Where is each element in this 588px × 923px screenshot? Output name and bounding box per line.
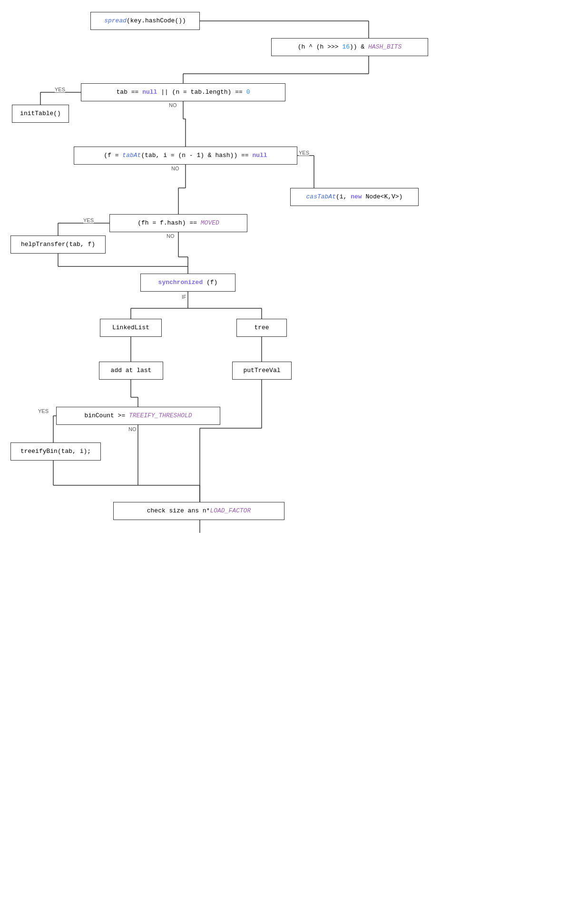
yes1-label: YES [55, 87, 65, 92]
synchronized-box: synchronized (f) [140, 274, 235, 292]
tab-null-box: tab == null || (n = tab.length) == 0 [81, 83, 285, 101]
synchronized-text: synchronized (f) [158, 278, 218, 287]
treeify-bin-box: treeifyBin(tab, i); [10, 442, 101, 461]
check-size-text: check size ans n*LOAD_FACTOR [147, 507, 251, 515]
bin-count-text: binCount >= TREEIFY_THRESHOLD [84, 412, 192, 420]
init-table-text: initTable() [20, 109, 61, 118]
no3-label: NO [167, 233, 175, 239]
tab-at-box: (f = tabAt(tab, i = (n - 1) & hash)) == … [74, 147, 297, 165]
no2-label: NO [171, 166, 179, 171]
check-size-box: check size ans n*LOAD_FACTOR [113, 502, 284, 520]
help-transfer-box: helpTransfer(tab, f) [10, 236, 106, 254]
fh-hash-box: (fh = f.hash) == MOVED [109, 214, 247, 232]
put-tree-val-box: putTreeVal [232, 362, 292, 380]
hash-bits-box: (h ^ (h >>> 16)) & HASH_BITS [271, 38, 428, 56]
treeify-bin-text: treeifyBin(tab, i); [20, 447, 91, 456]
spread-box: spread(key.hashCode()) [90, 12, 200, 30]
yes3-label: YES [83, 217, 94, 223]
tree-text: tree [254, 324, 269, 332]
add-at-last-text: add at last [111, 366, 152, 375]
yes4-label: YES [38, 408, 49, 414]
add-at-last-box: add at last [99, 362, 163, 380]
no1-label: NO [169, 102, 177, 108]
hash-bits-text: (h ^ (h >>> 16)) & HASH_BITS [298, 43, 402, 51]
tab-null-text: tab == null || (n = tab.length) == 0 [117, 88, 250, 97]
bin-count-box: binCount >= TREEIFY_THRESHOLD [56, 407, 220, 425]
tree-box: tree [236, 319, 287, 337]
if-label: IF [182, 294, 186, 300]
put-tree-val-text: putTreeVal [243, 366, 280, 375]
spread-text: spread(key.hashCode()) [104, 17, 186, 25]
no4-label: NO [128, 426, 137, 432]
tab-at-text: (f = tabAt(tab, i = (n - 1) & hash)) == … [104, 151, 267, 160]
yes2-label: YES [299, 150, 309, 156]
linked-list-text: LinkedList [112, 324, 149, 332]
init-table-box: initTable() [12, 105, 69, 123]
cas-tab-at-text: casTabAt(i, new Node<K,V>) [306, 193, 403, 201]
fh-hash-text: (fh = f.hash) == MOVED [137, 219, 219, 227]
help-transfer-text: helpTransfer(tab, f) [21, 240, 95, 249]
cas-tab-at-box: casTabAt(i, new Node<K,V>) [290, 188, 419, 206]
linked-list-box: LinkedList [100, 319, 162, 337]
